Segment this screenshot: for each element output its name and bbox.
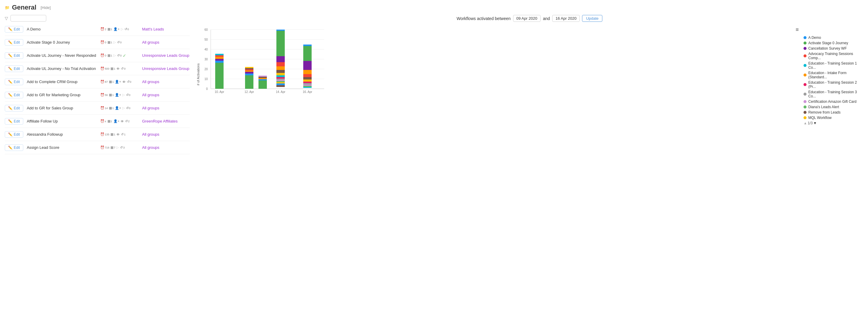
group-name[interactable]: All groups (142, 145, 190, 150)
play-icon: ▷ (122, 93, 125, 97)
legend-color-dot (804, 47, 807, 50)
svg-rect-44 (276, 75, 285, 77)
clock-icon: ⏰x (100, 119, 106, 123)
workflow-icons: ⏰56 ▦1 👤+ ▷ ↺0 (100, 93, 142, 97)
edit-button[interactable]: ✏️ Edit (5, 79, 23, 85)
group-name[interactable]: All groups (142, 40, 190, 45)
edit-button[interactable]: ✏️ Edit (5, 118, 23, 124)
svg-text:50: 50 (205, 38, 208, 41)
bar-chart: ≡ # of Activations 60 50 40 (196, 27, 799, 125)
share-icon: ↺3 (120, 145, 124, 149)
page-title: General (12, 4, 36, 11)
edit-icon: ✏️ (8, 40, 12, 45)
legend-item: Certification Amazon Gift Card (804, 100, 863, 104)
legend-color-dot (804, 111, 807, 114)
workflow-name: A Demo (23, 27, 100, 31)
svg-rect-48 (276, 81, 285, 82)
legend-label: Advocacy Training Sessions Comp... (808, 52, 863, 60)
svg-rect-45 (276, 77, 285, 79)
edit-button[interactable]: ✏️ Edit (5, 131, 23, 138)
edit-button[interactable]: ✏️ Edit (5, 92, 23, 98)
workflow-name: Activate UL Journey - No Trial Activatio… (23, 66, 100, 71)
date-from[interactable]: 09 Apr 2020 (513, 15, 540, 22)
edit-button[interactable]: ✏️ Edit (5, 144, 23, 151)
svg-rect-34 (258, 78, 267, 79)
edit-button[interactable]: ✏️ Edit (5, 52, 23, 59)
svg-rect-53 (303, 46, 312, 61)
svg-rect-26 (245, 72, 253, 74)
group-name[interactable]: Unresponsive Leads Group (142, 66, 190, 71)
edit-button[interactable]: ✏️ Edit (5, 65, 23, 72)
workflow-icons: ⏰0 ▦1 ▷ ↺0 (100, 40, 142, 44)
share-icon: ↺0 (121, 67, 125, 70)
workflow-row: ✏️ Edit A Demo ⏰2 ▦1 👤+ ▷ ↺0 Matt's Lead… (5, 23, 190, 36)
svg-rect-21 (215, 55, 223, 57)
legend-item: Diana's Leads Alert (804, 105, 863, 109)
svg-text:60: 60 (205, 28, 208, 31)
update-button[interactable]: Update (582, 15, 602, 22)
legend-color-dot (804, 116, 807, 119)
svg-rect-60 (303, 82, 312, 83)
legend-item: Education - Intake Form (Standard... (804, 71, 863, 79)
play-icon: ▷ (122, 106, 125, 110)
workflow-name: Add to Complete CRM Group (23, 80, 100, 84)
search-input[interactable] (10, 15, 46, 22)
down-arrow-icon[interactable]: ▼ (813, 121, 817, 125)
workflow-name: Activate UL Journey - Never Responded (23, 53, 100, 58)
grid-icon: ▦1 (109, 93, 114, 97)
group-name[interactable]: All groups (142, 93, 190, 97)
edit-button[interactable]: ✏️ Edit (5, 105, 23, 111)
share-icon: ↺0 (117, 40, 122, 44)
workflow-name: Assign Lead Score (23, 145, 100, 150)
workflow-row: ✏️ Edit Alessandra Followup ⏰135 ▦1 👁 ↺1… (5, 128, 190, 141)
svg-text:20: 20 (205, 67, 208, 71)
group-name[interactable]: All groups (142, 80, 190, 84)
svg-rect-36 (258, 76, 267, 77)
svg-rect-40 (276, 62, 285, 66)
clock-icon: ⏰0 (100, 54, 106, 57)
date-to[interactable]: 16 Apr 2020 (552, 15, 580, 22)
eye-icon: 👁 (121, 119, 124, 123)
group-name[interactable]: Matt's Leads (142, 27, 190, 31)
clock-icon: ⏰0 (100, 40, 106, 44)
workflow-icons: ⏰500 ▦1 👁 ↺0 (100, 67, 142, 70)
up-arrow-icon[interactable]: ▲ (804, 121, 807, 125)
edit-button[interactable]: ✏️ Edit (5, 39, 23, 46)
group-name[interactable]: Unresponsive Leads Group (142, 53, 190, 58)
svg-rect-29 (245, 68, 253, 69)
edit-icon: ✏️ (8, 119, 12, 123)
legend-label: Cancellation Survey WF (808, 46, 847, 51)
legend-label: Education - Training Session 2 (Pr... (808, 80, 863, 89)
page-indicator: ▲ 1/3 ▼ (804, 121, 863, 125)
add-contact-icon: 👤+ (115, 106, 121, 110)
chart-container: ≡ # of Activations 60 50 40 (196, 27, 863, 125)
legend-color-dot (804, 93, 807, 96)
check-icon: ✓ (123, 53, 126, 58)
svg-rect-25 (245, 74, 253, 75)
menu-icon[interactable]: ≡ (796, 27, 799, 33)
chart-header: Workflows activated between 09 Apr 2020 … (196, 15, 863, 22)
folder-icon: 📁 (5, 5, 9, 10)
clock-icon: ⏰2 (100, 27, 106, 31)
chart-svg: # of Activations 60 50 40 30 20 (196, 27, 333, 122)
play-icon: ▷ (116, 145, 119, 149)
edit-icon: ✏️ (8, 54, 12, 58)
svg-rect-43 (276, 73, 285, 75)
legend-label: Education - Intake Form (Standard... (808, 71, 863, 79)
group-name[interactable]: All groups (142, 106, 190, 110)
add-contact-icon: 👤+ (115, 80, 121, 84)
group-name[interactable]: All groups (142, 132, 190, 137)
svg-rect-28 (245, 69, 253, 70)
workflow-icons: ⏰14 ▦1 👤+ ▷ ↺0 (100, 106, 142, 110)
share-icon: ↺0 (126, 93, 130, 97)
clock-icon: ⏰500 (100, 67, 109, 70)
filter-icon[interactable]: ▽ (5, 16, 8, 21)
group-name[interactable]: GreenRope Affiliates (142, 119, 190, 123)
share-icon: ↺1 (121, 133, 125, 136)
legend-label: A Demo (808, 35, 821, 40)
hide-link[interactable]: [Hide] (40, 5, 51, 10)
svg-rect-50 (276, 83, 285, 85)
workflow-row: ✏️ Edit Activate Stage 0 Journey ⏰0 ▦1 ▷… (5, 36, 190, 49)
svg-rect-58 (303, 77, 312, 80)
edit-button[interactable]: ✏️ Edit (5, 26, 23, 33)
